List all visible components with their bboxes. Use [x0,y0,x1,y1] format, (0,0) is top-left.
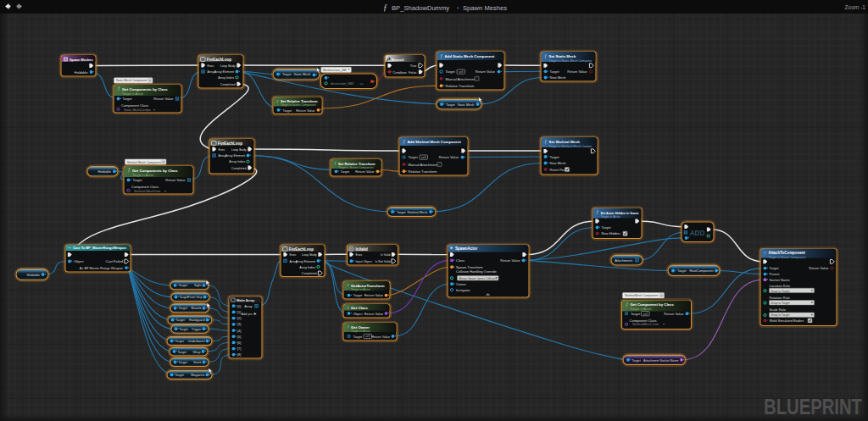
svg-text:Array Index: Array Index [218,76,234,80]
svg-text:Stock: Stock [193,361,202,364]
svg-text:Skeletal Mesh Component: Skeletal Mesh Component [127,161,162,164]
svg-text:Target: Target [133,178,143,182]
svg-text:Spawn Meshes: Spawn Meshes [463,4,507,12]
svg-text:▾: ▾ [153,108,155,112]
svg-text:Loop Body: Loop Body [220,64,236,68]
svg-text:Get Components by Class: Get Components by Class [132,169,178,173]
svg-text:ForEachLoop: ForEachLoop [218,141,242,146]
svg-text:Snap to Target: Snap to Target [771,302,790,305]
svg-text:Make Array: Make Array [236,298,255,302]
svg-text:Holdable: Holdable [26,273,40,277]
svg-text:Target is Actor: Target is Actor [132,173,154,177]
svg-text:Target: Target [550,155,560,159]
svg-text:Array: Array [244,305,252,308]
svg-text:Target: Target [179,284,188,287]
svg-text:Class: Class [456,258,465,263]
svg-text:Target: Target [631,312,641,316]
svg-text:Return Value: Return Value [500,258,520,263]
svg-text:Return Value: Return Value [664,312,684,316]
svg-text:Rotation Rule: Rotation Rule [770,296,791,300]
svg-text:Target: Target [123,97,133,101]
svg-text:Get Class: Get Class [351,306,368,310]
svg-text:Target is Actor: Target is Actor [122,91,144,96]
svg-text:Target: Target [446,103,456,107]
svg-text:◂ ▸: ◂ ▸ [359,82,364,86]
svg-text:Socket Name: Socket Name [770,278,791,282]
svg-text:Target: Target [602,225,612,230]
svg-text:Static MeshCompo: Static MeshCompo [124,108,151,112]
svg-text:Loop Body: Loop Body [231,148,247,152]
svg-text:Add Skeletal Mesh Component: Add Skeletal Mesh Component [408,140,462,144]
svg-text:Array Element: Array Element [225,154,245,158]
svg-text:Target: Target [446,69,456,74]
svg-text:Component Class: Component Class [131,185,159,189]
svg-text:Parent: Parent [770,272,781,276]
svg-text:Return Value: Return Value [153,97,174,101]
svg-text:Array Index: Array Index [299,266,315,269]
svg-text:Add Static Mesh Component: Add Static Mesh Component [445,54,495,58]
svg-text:Return Value: Return Value [364,294,383,297]
svg-text:Set Skeletal Mesh: Set Skeletal Mesh [549,140,581,144]
svg-text:RootComponent: RootComponent [690,269,715,273]
svg-text:Target: Target [179,307,188,310]
svg-text:Attachments: Attachments [615,259,632,263]
svg-text:Return Value: Return Value [355,170,374,174]
svg-text:Manual Attachment: Manual Attachment [409,163,438,167]
svg-text:Exec: Exec [208,64,214,68]
svg-text:Target is Static Mesh Compone: Target is Static Mesh Compone [549,59,593,63]
svg-text:SkeletalMesh Component: SkeletalMesh Component [625,294,659,297]
svg-text:Target: Target [770,266,780,270]
svg-text:Target is Skeletal Mesh Compo: Target is Skeletal Mesh Compo [549,145,593,148]
svg-text:destructam_SM2: destructam_SM2 [331,82,354,86]
svg-text:Object: Object [74,259,85,263]
svg-text:Target: Target [175,374,185,377]
svg-text:Target is Scene Component: Target is Scene Component [338,166,374,169]
svg-text:SkeletalMesh Com: SkeletalMesh Com [632,323,659,326]
svg-text:Underbarrel: Underbarrel [188,340,205,343]
svg-text:Array Index: Array Index [229,160,245,163]
svg-text:[2]: [2] [237,317,241,320]
svg-text:MeshesCorn_SM: MeshesCorn_SM [323,69,347,72]
svg-text:Static Mesh: Static Mesh [293,73,310,76]
svg-text:Cast Failed: Cast Failed [106,259,123,263]
svg-text:Snap to Target: Snap to Target [771,290,790,293]
svg-text:self: self [421,156,426,159]
svg-text:Target is Actor: Target is Actor [351,330,370,333]
svg-text:Trigger: Trigger [192,328,202,331]
svg-text:Holdable: Holdable [75,70,89,75]
svg-text:Relative Transform: Relative Transform [446,84,475,88]
svg-text:Exec: Exec [219,148,225,152]
svg-text:Loop Body: Loop Body [302,253,317,257]
svg-text:As BP Master Range Weapon: As BP Master Range Weapon [80,267,123,270]
svg-text:Target is Scene Component: Target is Scene Component [281,103,316,107]
svg-text:Target: Target [409,155,419,159]
svg-text:Target is Scene Component: Target is Scene Component [769,256,806,259]
svg-text:False: False [409,71,416,75]
svg-text:Zoom -1: Zoom -1 [845,4,866,10]
svg-text:Branch: Branch [392,58,404,62]
svg-text:Static Mesh: Static Mesh [457,103,474,107]
svg-text:Return Value: Return Value [809,266,829,270]
svg-text:Exec: Exec [356,253,363,257]
svg-text:[7]: [7] [237,347,241,351]
svg-text:Target is Actor: Target is Actor [351,288,370,291]
svg-text:Skeletal Mesh: Skeletal Mesh [407,211,427,214]
svg-text:Holdable: Holdable [97,169,111,174]
svg-text:Collision Handling Override: Collision Handling Override [456,269,498,274]
svg-text:Set Relative Transform: Set Relative Transform [281,99,318,103]
svg-text:self: self [643,313,648,316]
svg-text:Attachment Socket Name: Attachment Socket Name [643,359,678,363]
svg-text:BLUEPRINT: BLUEPRINT [764,395,862,418]
svg-text:Set Relative Transform: Set Relative Transform [338,162,376,166]
svg-text:[0]: [0] [237,305,241,308]
svg-text:Completed: Completed [302,272,317,275]
svg-text:Return Value: Return Value [476,69,496,74]
svg-text:BP_ShadowDummy: BP_ShadowDummy [392,4,449,12]
svg-text:ForEachLoop: ForEachLoop [207,58,231,62]
svg-text:Skeletal MeshCom: Skeletal MeshCom [134,190,160,193]
svg-text:↪: ↪ [68,246,71,250]
svg-text:Get Components by Class: Get Components by Class [122,87,168,91]
svg-text:Target: Target [176,319,186,322]
svg-text:Return Value: Return Value [371,335,390,339]
svg-text:Target: Target [550,69,560,74]
